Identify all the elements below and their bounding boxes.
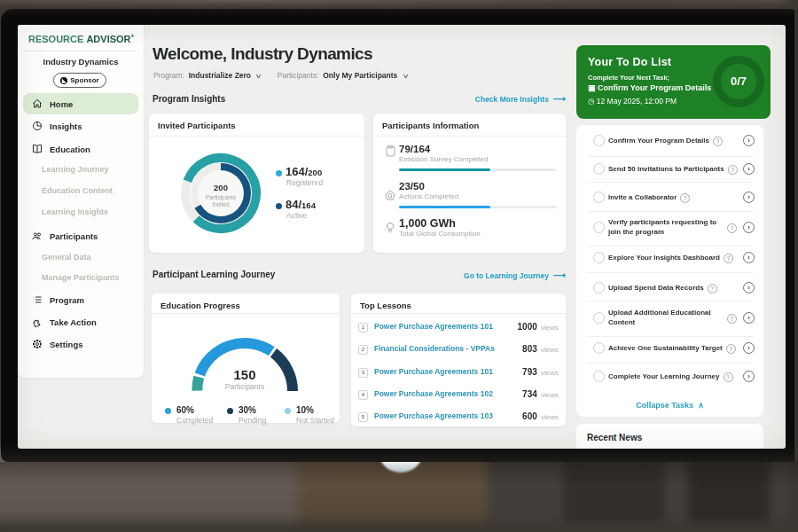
svg-text:Invited: Invited: [212, 201, 230, 207]
svg-text:Participants: Participants: [206, 194, 237, 201]
svg-text:200: 200: [214, 183, 228, 192]
